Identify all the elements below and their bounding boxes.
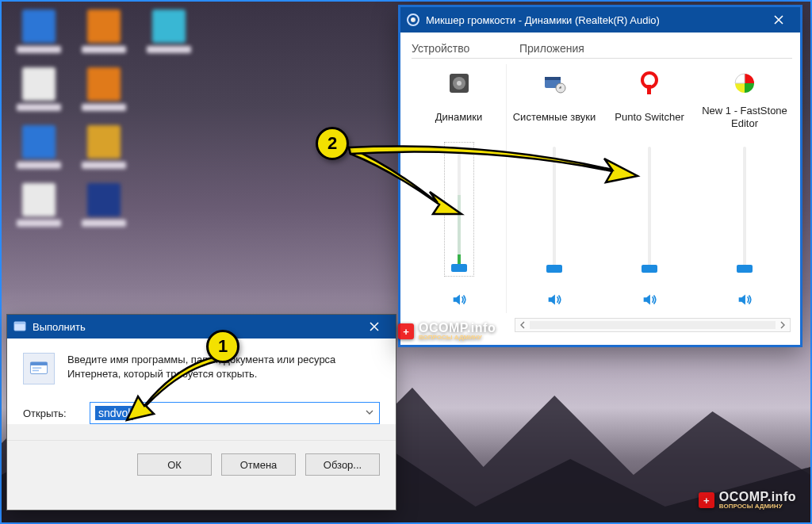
channel-name: New 1 - FastStone Editor	[700, 104, 789, 131]
annotation-badge-1: 1	[206, 330, 239, 363]
scroll-left-icon[interactable]	[515, 319, 530, 331]
mixer-channel: Системные звуки	[507, 64, 602, 313]
app-icon[interactable]	[730, 69, 759, 98]
channel-name: Punto Switcher	[615, 104, 684, 131]
run-titlebar[interactable]: Выполнить	[7, 315, 396, 338]
svg-rect-13	[647, 85, 651, 94]
desktop-icon[interactable]	[81, 67, 127, 111]
browse-button[interactable]: Обзор...	[305, 453, 380, 476]
volume-mixer-window: Микшер громкости - Динамики (Realtek(R) …	[398, 5, 802, 347]
volume-slider[interactable]	[543, 142, 565, 277]
volume-slider[interactable]	[638, 142, 661, 277]
channel-name: Динамики	[435, 104, 483, 131]
svg-rect-5	[33, 370, 39, 372]
desktop-icon[interactable]	[81, 125, 127, 169]
mute-button[interactable]	[641, 291, 658, 308]
desktop-icon[interactable]	[16, 183, 62, 227]
close-icon[interactable]	[762, 9, 795, 31]
watermark: + OCOMP.infoВОПРОСЫ АДМИНУ	[398, 322, 496, 341]
svg-rect-10	[545, 77, 561, 80]
svg-rect-4	[33, 367, 41, 369]
watermark: + OCOMP.infoВОПРОСЫ АДМИНУ	[699, 491, 796, 510]
scroll-right-icon[interactable]	[776, 319, 790, 331]
desktop-wallpaper: Выполнить Введите имя программы, папки, …	[0, 0, 812, 524]
apps-header: Приложения	[513, 42, 792, 59]
desktop-icon[interactable]	[16, 67, 62, 111]
cancel-button[interactable]: Отмена	[221, 453, 296, 476]
run-window-icon	[13, 320, 26, 333]
svg-rect-1	[14, 322, 25, 324]
desktop-icons-group	[16, 10, 206, 227]
run-title: Выполнить	[33, 321, 358, 333]
mute-button[interactable]	[546, 291, 563, 308]
watermark-text: OCOMP.info	[719, 491, 796, 503]
speaker-icon	[407, 13, 419, 26]
app-icon[interactable]	[635, 69, 664, 98]
volume-slider[interactable]	[733, 142, 756, 277]
annotation-badge-2: 2	[316, 127, 349, 160]
desktop-icon[interactable]	[16, 125, 62, 169]
volume-slider[interactable]	[444, 142, 474, 277]
cross-icon: +	[699, 492, 714, 508]
channel-name: Системные звуки	[513, 104, 596, 131]
open-label: Открыть:	[23, 407, 80, 419]
mixer-channel: New 1 - FastStone Editor	[697, 64, 792, 313]
watermark-subtext: ВОПРОСЫ АДМИНУ	[719, 503, 796, 510]
slider-thumb[interactable]	[642, 265, 657, 273]
svg-rect-3	[30, 362, 47, 365]
app-icon[interactable]	[445, 69, 473, 98]
run-program-icon	[23, 353, 55, 384]
device-header: Устройство	[412, 42, 513, 59]
cross-icon: +	[398, 323, 414, 339]
close-icon[interactable]	[358, 316, 391, 338]
svg-point-8	[457, 81, 462, 86]
scrollbar-track[interactable]	[530, 321, 776, 329]
mixer-title: Микшер громкости - Динамики (Realtek(R) …	[426, 14, 762, 26]
desktop-icon[interactable]	[146, 10, 192, 53]
chevron-down-icon[interactable]	[365, 407, 374, 419]
desktop-icon[interactable]	[81, 183, 127, 227]
watermark-text: OCOMP.info	[419, 322, 496, 335]
desktop-icon[interactable]	[16, 10, 62, 53]
app-icon[interactable]	[540, 69, 569, 98]
open-input-value[interactable]: sndvol	[95, 406, 133, 420]
mute-button[interactable]	[450, 291, 468, 308]
mixer-titlebar[interactable]: Микшер громкости - Динамики (Realtek(R) …	[400, 7, 800, 33]
run-dialog: Выполнить Введите имя программы, папки, …	[6, 314, 396, 511]
mixer-channel: Динамики	[412, 64, 507, 313]
mute-button[interactable]	[736, 291, 753, 308]
slider-thumb[interactable]	[546, 265, 562, 273]
slider-thumb[interactable]	[451, 264, 467, 272]
mixer-channel: Punto Switcher	[602, 64, 697, 313]
desktop-icon[interactable]	[81, 10, 127, 53]
slider-thumb[interactable]	[737, 265, 753, 273]
ok-button[interactable]: ОК	[137, 453, 212, 476]
watermark-subtext: ВОПРОСЫ АДМИНУ	[419, 335, 496, 341]
mixer-horizontal-scrollbar[interactable]	[515, 318, 791, 332]
open-combobox[interactable]: sndvol	[90, 402, 380, 424]
